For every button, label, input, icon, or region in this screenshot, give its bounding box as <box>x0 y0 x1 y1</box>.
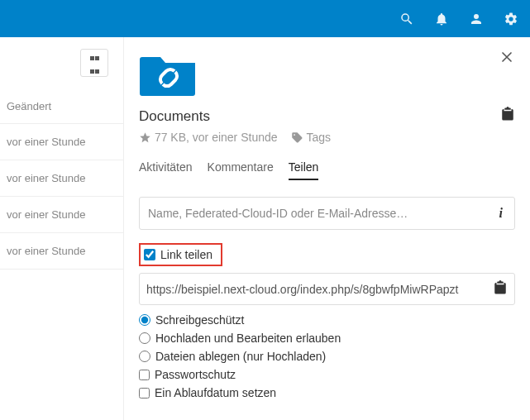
list-item[interactable]: vor einer Stunde <box>0 160 123 197</box>
tab-comments[interactable]: Kommentare <box>208 160 274 180</box>
option-password[interactable]: Passwortschutz <box>139 368 515 381</box>
info-icon[interactable]: i <box>496 206 506 221</box>
list-item[interactable]: vor einer Stunde <box>0 196 123 233</box>
copy-clipboard-icon[interactable] <box>493 280 508 298</box>
share-link-highlight: Link teilen <box>139 243 222 266</box>
clipboard-icon[interactable] <box>500 107 515 126</box>
close-icon[interactable] <box>499 49 515 68</box>
share-url-input[interactable] <box>146 283 493 296</box>
option-upload-edit[interactable]: Hochladen und Bearbeiten erlauben <box>139 332 515 345</box>
tags-label[interactable]: Tags <box>307 131 332 144</box>
option-readonly[interactable]: Schreibgeschützt <box>139 313 515 327</box>
grid-view-toggle[interactable] <box>80 49 108 77</box>
list-item[interactable]: vor einer Stunde <box>0 123 123 160</box>
grid-icon <box>89 50 99 76</box>
tabs: Aktivitäten Kommentare Teilen <box>139 160 515 180</box>
tab-share[interactable]: Teilen <box>289 160 319 180</box>
top-bar <box>0 0 530 37</box>
favorite-star-icon[interactable] <box>139 131 151 144</box>
option-expiration[interactable]: Ein Ablaufdatum setzen <box>139 386 515 399</box>
share-options: Schreibgeschützt Hochladen und Bearbeite… <box>139 313 515 399</box>
share-link-checkbox[interactable] <box>144 249 155 260</box>
file-title: Documents <box>139 108 210 125</box>
file-meta: 77 KB, vor einer Stunde <box>155 131 278 144</box>
tag-icon <box>291 131 307 144</box>
tab-activities[interactable]: Aktivitäten <box>139 160 193 180</box>
details-panel: Documents 77 KB, vor einer Stunde Tags A… <box>124 37 530 420</box>
share-search-field[interactable]: i <box>139 197 515 230</box>
search-icon[interactable] <box>399 12 414 26</box>
column-header-modified: Geändert <box>0 77 123 124</box>
option-file-drop[interactable]: Dateien ablegen (nur Hochladen) <box>139 350 515 363</box>
shared-folder-icon <box>139 49 198 98</box>
share-url-field[interactable] <box>139 273 515 305</box>
list-item[interactable]: vor einer Stunde <box>0 232 123 270</box>
share-search-input[interactable] <box>148 207 496 220</box>
contacts-icon[interactable] <box>469 12 484 26</box>
settings-gear-icon[interactable] <box>504 12 518 26</box>
file-list-sidebar: Geändert vor einer Stunde vor einer Stun… <box>0 37 124 420</box>
notifications-icon[interactable] <box>434 12 449 26</box>
share-link-label: Link teilen <box>160 248 212 261</box>
